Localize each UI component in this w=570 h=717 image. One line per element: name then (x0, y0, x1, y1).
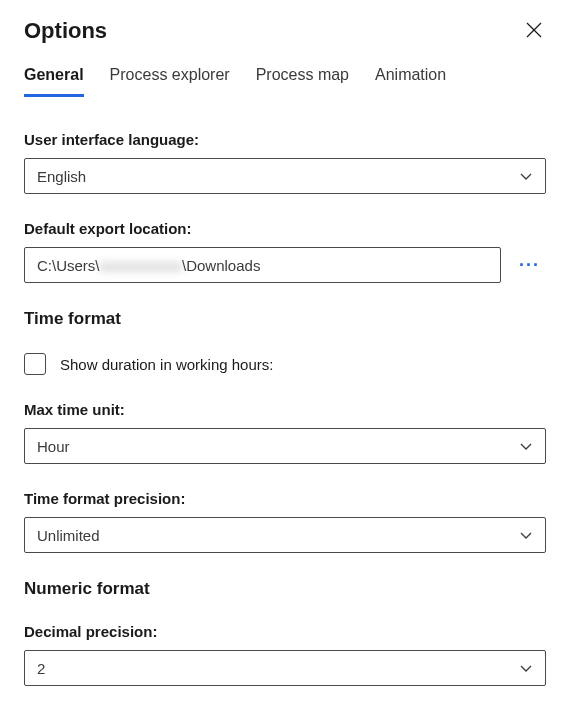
max-time-unit-label: Max time unit: (24, 401, 546, 418)
export-location-label: Default export location: (24, 220, 546, 237)
export-location-input[interactable]: C:\Users\xxxxxxxxxxx\Downloads (24, 247, 501, 283)
ui-language-select[interactable]: English (24, 158, 546, 194)
chevron-down-icon (519, 439, 533, 453)
export-path-redacted: xxxxxxxxxxx (100, 257, 183, 274)
show-working-hours-label: Show duration in working hours: (60, 356, 273, 373)
numeric-format-section: Numeric format (24, 579, 546, 599)
decimal-precision-select[interactable]: 2 (24, 650, 546, 686)
chevron-down-icon (519, 169, 533, 183)
time-precision-value: Unlimited (37, 527, 100, 544)
more-icon: ··· (519, 255, 540, 275)
show-working-hours-checkbox[interactable] (24, 353, 46, 375)
max-time-unit-value: Hour (37, 438, 70, 455)
tab-process-map[interactable]: Process map (256, 66, 349, 97)
show-working-hours-row: Show duration in working hours: (24, 353, 546, 375)
time-format-section: Time format (24, 309, 546, 329)
tab-bar: General Process explorer Process map Ani… (24, 66, 546, 97)
dialog-header: Options (24, 18, 546, 44)
export-path-suffix: \Downloads (182, 257, 260, 274)
close-button[interactable] (522, 18, 546, 42)
export-path-prefix: C:\Users\ (37, 257, 100, 274)
dialog-title: Options (24, 18, 107, 44)
time-precision-select[interactable]: Unlimited (24, 517, 546, 553)
browse-button[interactable]: ··· (513, 251, 546, 280)
time-precision-label: Time format precision: (24, 490, 546, 507)
chevron-down-icon (519, 528, 533, 542)
close-icon (526, 22, 542, 38)
export-location-row: C:\Users\xxxxxxxxxxx\Downloads ··· (24, 247, 546, 283)
tab-general[interactable]: General (24, 66, 84, 97)
tab-animation[interactable]: Animation (375, 66, 446, 97)
ui-language-value: English (37, 168, 86, 185)
chevron-down-icon (519, 661, 533, 675)
ui-language-label: User interface language: (24, 131, 546, 148)
decimal-precision-value: 2 (37, 660, 45, 677)
tab-process-explorer[interactable]: Process explorer (110, 66, 230, 97)
max-time-unit-select[interactable]: Hour (24, 428, 546, 464)
decimal-precision-label: Decimal precision: (24, 623, 546, 640)
